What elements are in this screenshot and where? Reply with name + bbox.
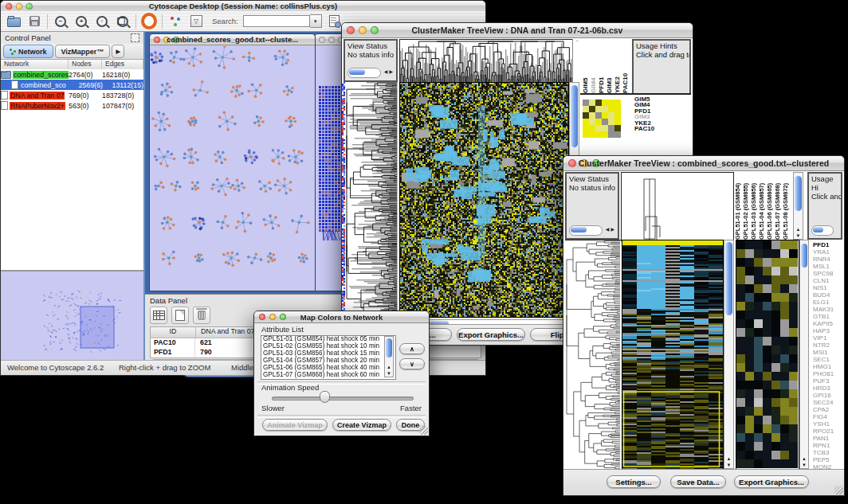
zoom-window-button[interactable]	[280, 314, 286, 320]
network-table-row[interactable]: DNA and Tran 07769(0)183728(0)	[1, 90, 143, 100]
gene-label[interactable]: YSH1	[813, 420, 842, 428]
minimize-button[interactable]	[359, 26, 367, 34]
gene-label[interactable]: NIS1	[813, 284, 842, 291]
gene-label[interactable]: TCB3	[813, 449, 842, 456]
search-input[interactable]	[243, 15, 310, 27]
gene-label[interactable]: RPO21	[813, 428, 842, 435]
open-folder-icon[interactable]	[6, 14, 22, 29]
close-button[interactable]	[259, 314, 265, 320]
gene-label[interactable]: RPN1	[813, 442, 842, 449]
gene-label[interactable]: BUD4	[813, 291, 842, 299]
gene-label[interactable]: HAP3	[813, 327, 842, 334]
birdseye-view[interactable]	[1, 270, 143, 361]
gene-label[interactable]: SEC1	[813, 356, 842, 363]
tv2-column-dendrogram[interactable]	[621, 172, 734, 241]
scroll-thumb[interactable]	[386, 338, 392, 357]
help-ring-icon[interactable]	[141, 14, 157, 29]
search-dropdown-icon[interactable]: ▼	[310, 14, 322, 28]
scroll-up-arrow[interactable]: ▲	[385, 364, 393, 370]
gene-label[interactable]: HMG1	[813, 363, 842, 370]
export-graphics-button[interactable]: Export Graphics...	[734, 475, 809, 488]
resize-grip[interactable]	[419, 426, 428, 435]
attribute-table-icon[interactable]	[150, 307, 167, 324]
animation-slider-track[interactable]	[272, 397, 414, 400]
scroll-up-arrow[interactable]: ▲	[794, 226, 803, 232]
frame-minimize-button[interactable]	[163, 37, 170, 43]
search-index-icon[interactable]	[327, 14, 343, 29]
zoom-fit-icon[interactable]: ⃞	[115, 14, 131, 29]
minimize-button[interactable]	[269, 314, 276, 320]
gene-label[interactable]: PFD1	[813, 241, 842, 248]
minimize-button[interactable]	[580, 159, 588, 167]
zoom-window-button[interactable]	[26, 2, 33, 10]
gene-label[interactable]: VIP1	[813, 334, 842, 342]
scroll-up-arrow[interactable]: ▲	[800, 455, 808, 462]
gene-label[interactable]: GTB1	[813, 313, 842, 320]
gene-label[interactable]: CLN1	[813, 277, 842, 284]
gene-label[interactable]: RNR4	[813, 256, 842, 263]
tab-vizmapper[interactable]: VizMapper™	[55, 45, 111, 58]
vizmapper-icon[interactable]	[167, 14, 183, 29]
attribute-list[interactable]: GPL51-01 (GSM854) heat shock 05 minGPL51…	[261, 335, 396, 380]
export-graphics-button[interactable]: Export Graphics...	[457, 328, 525, 341]
gene-label[interactable]: MON2	[813, 463, 842, 469]
gene-label[interactable]: GPI16	[813, 392, 842, 399]
gene-label[interactable]: KAP95	[813, 320, 842, 327]
tv2-zoom-vscrollbar[interactable]: ▲ ▼	[799, 240, 809, 469]
scroll-thumb[interactable]	[801, 244, 807, 268]
close-button[interactable]	[568, 159, 576, 167]
scroll-thumb[interactable]	[571, 85, 578, 147]
tv1-heatmap[interactable]	[399, 82, 569, 318]
tv1-titlebar[interactable]: ClusterMaker TreeView : DNA and Tran 07-…	[342, 23, 693, 38]
tv2-row-dendrogram[interactable]	[565, 240, 621, 470]
zoom-in-icon[interactable]: +	[73, 14, 89, 29]
gene-label[interactable]: PAN1	[813, 435, 842, 442]
float-panel-icon[interactable]	[131, 33, 139, 42]
zoom-out-icon[interactable]: −	[53, 14, 69, 29]
tv2-heatmap-vscrollbar[interactable]: ▲ ▼	[724, 240, 734, 469]
scroll-down-arrow[interactable]: ▼	[724, 462, 733, 468]
save-data-button[interactable]: Save Data...	[670, 475, 726, 488]
gene-label[interactable]: MSI1	[813, 349, 842, 356]
gene-label[interactable]: PUF3	[813, 377, 842, 385]
scroll-thumb[interactable]	[725, 242, 732, 315]
scroll-arrows[interactable]: ◀▶	[384, 68, 395, 76]
close-button[interactable]	[347, 26, 355, 34]
new-attribute-icon[interactable]	[171, 307, 189, 324]
network-table-row[interactable]: RNAPuberNov2+563(0)107847(0)	[1, 100, 143, 111]
save-icon[interactable]	[26, 14, 42, 29]
frame1-titlebar[interactable]: combined_scores_good.txt--cluste...	[150, 34, 315, 45]
main-titlebar[interactable]: Cytoscape Desktop (Session Name: collins…	[1, 1, 485, 12]
zoom-window-button[interactable]	[592, 159, 600, 167]
gene-label[interactable]: HRD3	[813, 385, 842, 392]
view-status-scrollbar[interactable]	[347, 68, 381, 78]
gene-label[interactable]: CPA2	[813, 406, 842, 413]
attribute-list-item[interactable]: GPL51-07 (GSM868) heat shock 60 min	[261, 372, 395, 379]
network-view[interactable]	[150, 46, 315, 291]
gene-label[interactable]: YRA1	[813, 248, 842, 256]
scroll-down-arrow[interactable]: ▼	[794, 232, 803, 239]
close-button[interactable]	[6, 2, 13, 10]
zoom-selected-icon[interactable]: ▫	[94, 14, 110, 29]
view-status-scrollbar[interactable]	[569, 225, 603, 236]
resize-grip[interactable]	[834, 486, 843, 494]
annotation-icon[interactable]: ▽	[188, 14, 204, 29]
animate-vizmap-button[interactable]: Animate Vizmap	[262, 419, 328, 431]
gene-label[interactable]: ELG1	[813, 299, 842, 306]
tv1-column-dendrogram[interactable]	[399, 39, 573, 84]
tv1-zoom-matrix[interactable]	[583, 100, 621, 138]
create-vizmap-button[interactable]: Create Vizmap	[332, 419, 391, 431]
tv2-heatmap[interactable]	[622, 240, 724, 471]
move-down-button[interactable]: ∨	[399, 358, 425, 369]
gene-label[interactable]: NTR2	[813, 342, 842, 349]
network-frame[interactable]: combined_scores_good.txt--cluste...	[149, 33, 316, 291]
settings-button[interactable]: Settings...	[607, 475, 661, 488]
gene-label[interactable]: PHO81	[813, 370, 842, 377]
attribute-list-scrollbar[interactable]: ▲ ▼	[384, 336, 394, 377]
network-table-row[interactable]: combined_sco2569(6)13112(15)	[1, 80, 143, 90]
animation-slider-thumb[interactable]	[320, 391, 330, 403]
gene-label[interactable]: SEC24	[813, 399, 842, 406]
frame-zoom-button[interactable]	[173, 37, 179, 43]
network-table-row[interactable]: combined_scores2764(0)16218(0)	[1, 69, 143, 80]
frame-close-button[interactable]	[154, 37, 160, 43]
